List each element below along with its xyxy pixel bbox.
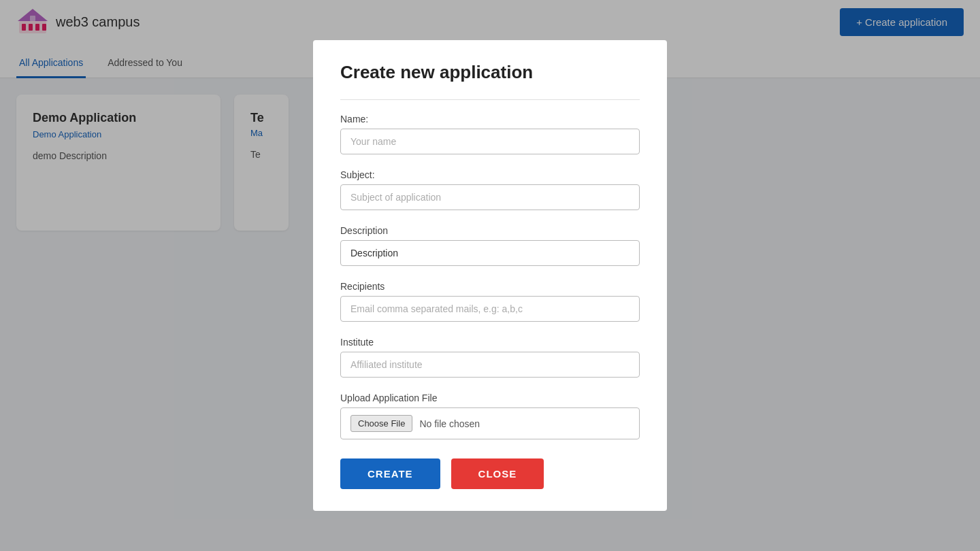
institute-form-group: Institute — [340, 337, 640, 378]
name-input[interactable] — [340, 129, 640, 154]
upload-label: Upload Application File — [340, 393, 640, 403]
choose-file-button[interactable]: Choose File — [350, 415, 412, 432]
modal-buttons: CREATE CLOSE — [340, 458, 640, 489]
no-file-text: No file chosen — [419, 418, 480, 429]
subject-input[interactable] — [340, 184, 640, 210]
institute-label: Institute — [340, 337, 640, 348]
subject-form-group: Subject: — [340, 169, 640, 210]
description-form-group: Description — [340, 225, 640, 266]
recipients-input[interactable] — [340, 296, 640, 322]
institute-input[interactable] — [340, 352, 640, 378]
recipients-form-group: Recipients — [340, 281, 640, 322]
subject-label: Subject: — [340, 169, 640, 180]
close-button[interactable]: CLOSE — [451, 458, 544, 489]
create-button[interactable]: CREATE — [340, 458, 440, 489]
upload-form-group: Upload Application File Choose File No f… — [340, 393, 640, 439]
modal-title: Create new application — [340, 62, 640, 83]
description-input[interactable] — [340, 240, 640, 266]
name-label: Name: — [340, 114, 640, 124]
file-input-area[interactable]: Choose File No file chosen — [340, 407, 640, 439]
create-application-modal: Create new application Name: Subject: De… — [313, 40, 667, 511]
recipients-label: Recipients — [340, 281, 640, 292]
description-label: Description — [340, 225, 640, 236]
modal-divider — [340, 99, 640, 100]
name-form-group: Name: — [340, 114, 640, 154]
